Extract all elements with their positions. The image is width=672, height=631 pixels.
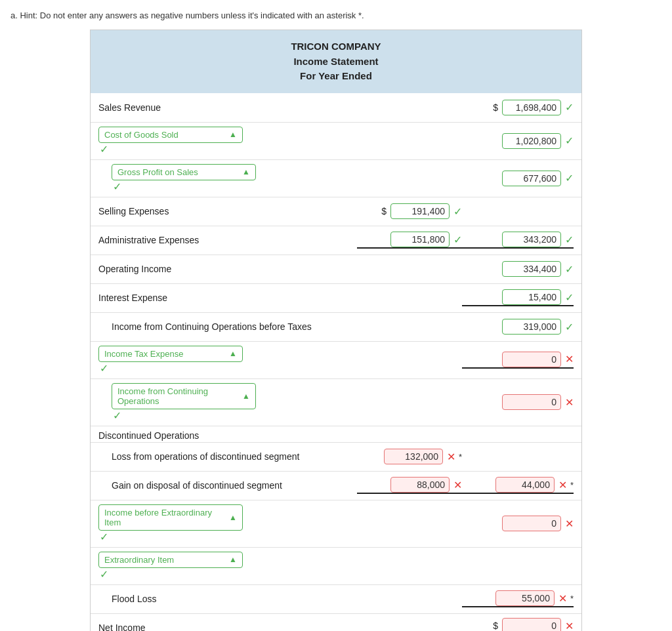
section-label-discontinued_header: Discontinued Operations	[91, 426, 581, 442]
right-input-cost_of_goods_sold[interactable]	[502, 133, 561, 149]
check-label-cost_of_goods_sold: ✓	[100, 144, 108, 155]
mid-input-selling_expenses[interactable]	[390, 203, 450, 219]
row-income_tax: Income Tax Expense▲✓✕	[91, 341, 581, 378]
mid-check-loss_discontinued: ✕	[447, 451, 455, 463]
right-col-gain_discontinued: ✕*	[462, 477, 574, 494]
right-input-flood_loss[interactable]	[495, 590, 555, 606]
right-col-interest_expense: ✓	[462, 289, 574, 306]
label-sales_revenue: Sales Revenue	[98, 102, 357, 113]
label-operating_income: Operating Income	[98, 264, 357, 274]
row-loss_discontinued: Loss from operations of discontinued seg…	[91, 442, 581, 471]
row-gain_discontinued: Gain on disposal of discontinued segment…	[91, 471, 581, 500]
mid-input-gain_discontinued[interactable]	[390, 477, 450, 493]
right-col-gross_profit: ✓	[462, 171, 574, 186]
dropdown-income_continuing[interactable]: Income from Continuing Operations▲	[112, 383, 256, 409]
dropdown-cost_of_goods_sold[interactable]: Cost of Goods Sold▲	[98, 127, 243, 143]
right-input-sales_revenue[interactable]	[502, 100, 561, 115]
rows-container: Sales Revenue$✓Cost of Goods Sold▲✓✓Gros…	[91, 93, 581, 632]
row-income_continuing: Income from Continuing Operations▲✓✕	[91, 378, 581, 426]
right-check-sales_revenue: ✓	[565, 101, 574, 113]
right-input-gross_profit[interactable]	[502, 171, 561, 186]
mid-col-loss_discontinued: ✕*	[357, 449, 462, 464]
row-income_before_extraordinary: Income before Extraordinary Item▲✓✕	[91, 500, 581, 547]
right-input-admin_expenses[interactable]	[502, 232, 561, 247]
right-input-interest_expense[interactable]	[502, 289, 561, 305]
right-check-income_tax: ✕	[565, 353, 574, 365]
right-input-income_continuing[interactable]	[502, 394, 561, 410]
label-interest_expense: Interest Expense	[98, 293, 357, 303]
label-loss_discontinued: Loss from operations of discontinued seg…	[98, 451, 357, 462]
mid-check-gain_discontinued: ✕	[453, 479, 462, 491]
income-statement: TRICON COMPANY Income Statement For Year…	[90, 30, 582, 631]
mid-input-loss_discontinued[interactable]	[384, 449, 443, 464]
right-col-income_continuing: ✕	[462, 394, 574, 410]
right-input-income_before_extraordinary[interactable]	[502, 516, 561, 531]
label-admin_expenses: Administrative Expenses	[98, 235, 357, 245]
hint-text: a. Hint: Do not enter any answers as neg…	[10, 10, 662, 20]
row-extraordinary_item: Extraordinary Item▲✓	[91, 547, 581, 584]
check-label-income_continuing: ✓	[113, 410, 121, 421]
check-label-extraordinary_item: ✓	[100, 569, 108, 580]
row-cost_of_goods_sold: Cost of Goods Sold▲✓✓	[91, 122, 581, 159]
label-net_income: Net Income	[98, 622, 357, 631]
dropdown-income_before_extraordinary[interactable]: Income before Extraordinary Item▲	[98, 504, 243, 531]
right-check-income_before_extraordinary: ✕	[565, 518, 574, 530]
check-label-gross_profit: ✓	[113, 181, 121, 192]
dropdown-income_tax[interactable]: Income Tax Expense▲	[98, 346, 243, 362]
right-input-operating_income[interactable]	[502, 261, 561, 277]
right-check-interest_expense: ✓	[565, 291, 574, 304]
mid-col-gain_discontinued: ✕	[357, 477, 462, 494]
right-check-operating_income: ✓	[565, 263, 574, 275]
row-selling_expenses: Selling Expenses$✓	[91, 197, 581, 226]
row-flood_loss: Flood Loss✕*	[91, 584, 581, 613]
right-check-income_continuing: ✕	[565, 396, 574, 409]
check-label-income_tax: ✓	[100, 363, 108, 374]
mid-col-admin_expenses: ✓	[357, 232, 462, 249]
right-col-flood_loss: ✕*	[462, 590, 574, 607]
mid-col-selling_expenses: $✓	[357, 203, 462, 219]
company-name: TRICON COMPANY	[97, 39, 575, 54]
right-check-net_income: ✕	[565, 620, 574, 632]
right-col-income_tax: ✕	[462, 352, 574, 369]
statement-period: For Year Ended	[97, 69, 575, 84]
right-check-gain_discontinued: ✕	[558, 479, 567, 491]
right-col-net_income: $✕	[462, 618, 574, 631]
statement-type: Income Statement	[97, 54, 575, 70]
row-operating_income: Operating Income✓	[91, 254, 581, 283]
label-flood_loss: Flood Loss	[98, 594, 357, 604]
right-col-admin_expenses: ✓	[462, 232, 574, 249]
row-gross_profit: Gross Profit on Sales▲✓✓	[91, 159, 581, 197]
row-net_income: Net Income$✕	[91, 613, 581, 632]
right-check-income_before_taxes: ✓	[565, 321, 574, 333]
right-check-admin_expenses: ✓	[565, 234, 574, 246]
label-selling_expenses: Selling Expenses	[98, 206, 357, 216]
right-col-income_before_extraordinary: ✕	[462, 516, 574, 531]
row-sales_revenue: Sales Revenue$✓	[91, 93, 581, 122]
statement-header: TRICON COMPANY Income Statement For Year…	[91, 30, 581, 93]
right-check-gross_profit: ✓	[565, 172, 574, 184]
check-label-income_before_extraordinary: ✓	[100, 531, 108, 542]
right-col-income_before_taxes: ✓	[462, 319, 574, 335]
mid-check-selling_expenses: ✓	[453, 205, 462, 218]
mid-input-admin_expenses[interactable]	[390, 232, 450, 247]
right-check-flood_loss: ✕	[558, 592, 567, 605]
mid-check-admin_expenses: ✓	[453, 234, 462, 246]
right-input-income_before_taxes[interactable]	[502, 319, 561, 335]
right-input-income_tax[interactable]	[502, 352, 561, 367]
row-admin_expenses: Administrative Expenses✓✓	[91, 226, 581, 254]
right-check-cost_of_goods_sold: ✓	[565, 134, 574, 147]
right-col-sales_revenue: $✓	[462, 100, 574, 115]
right-col-operating_income: ✓	[462, 261, 574, 277]
dropdown-extraordinary_item[interactable]: Extraordinary Item▲	[98, 552, 243, 568]
row-income_before_taxes: Income from Continuing Operations before…	[91, 312, 581, 341]
right-input-gain_discontinued[interactable]	[495, 477, 555, 493]
dropdown-gross_profit[interactable]: Gross Profit on Sales▲	[112, 164, 256, 180]
row-interest_expense: Interest Expense✓	[91, 283, 581, 312]
right-col-cost_of_goods_sold: ✓	[462, 133, 574, 149]
label-income_before_taxes: Income from Continuing Operations before…	[98, 321, 357, 332]
label-gain_discontinued: Gain on disposal of discontinued segment	[98, 480, 357, 491]
right-input-net_income[interactable]	[502, 618, 561, 631]
